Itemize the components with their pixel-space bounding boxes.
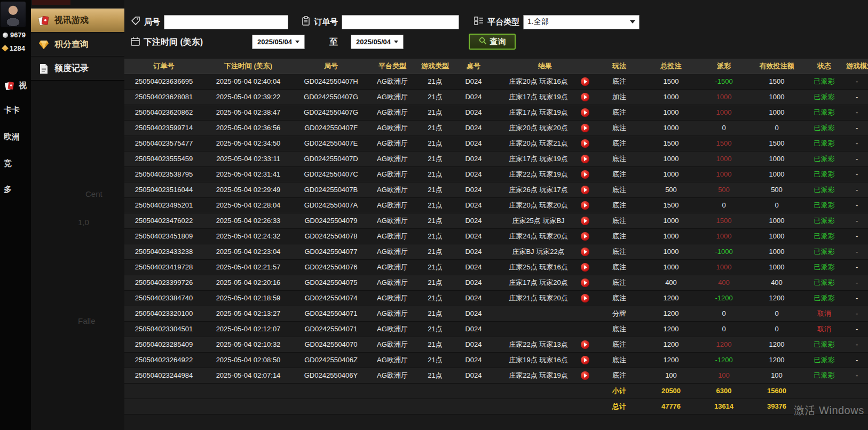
result-text: 庄家20点 玩家21点 xyxy=(501,139,576,148)
payout-cell: 100 xyxy=(701,368,747,383)
valid-bet-cell: 1500 xyxy=(747,74,807,89)
game-mode-cell: - xyxy=(842,259,868,275)
status-cell: 已派彩 xyxy=(807,290,842,306)
game-type-cell: 21点 xyxy=(416,321,454,337)
records-table-wrap: 订单号 下注时间 (美东) 局号 平台类型 游戏类型 桌号 结果 玩法 总投注 … xyxy=(124,59,868,421)
filter-round-group: 局号 xyxy=(131,14,288,30)
status-cell: 已派彩 xyxy=(807,352,842,368)
replay-button[interactable] xyxy=(581,186,589,194)
platform-select[interactable]: 1.全部 xyxy=(523,15,640,29)
replay-button[interactable] xyxy=(581,248,589,256)
play-type-cell: 底注 xyxy=(597,120,641,136)
replay-button[interactable] xyxy=(581,294,589,302)
order-cell: 250504023628081 xyxy=(124,89,203,105)
search-button[interactable]: 查询 xyxy=(469,34,516,50)
subtotal-valid-bet: 15600 xyxy=(747,383,807,399)
play-type-cell: 底注 xyxy=(597,244,641,259)
order-cell: 250504023304501 xyxy=(124,321,203,337)
header-status: 状态 xyxy=(807,59,842,74)
header-table-no: 桌号 xyxy=(454,59,493,74)
round-cell: GD02425504070 xyxy=(293,337,369,352)
table-row: 250504023244984 2025-05-04 02:07:14 GD02… xyxy=(124,368,868,383)
background-ghost-text: 1,0 xyxy=(78,218,89,227)
time-cell: 2025-05-04 02:31:41 xyxy=(203,166,293,182)
table-row: 250504023264922 2025-05-04 02:08:50 GD02… xyxy=(124,352,868,368)
result-cell: 庄家22点 玩家19点 xyxy=(493,368,597,383)
game-mode-cell: - xyxy=(842,213,868,228)
platform-cell: AG欧洲厅 xyxy=(369,89,416,105)
game-mode-cell: - xyxy=(842,337,868,352)
date-to-select[interactable]: 2025/05/04 xyxy=(351,35,404,49)
replay-button[interactable] xyxy=(581,170,589,179)
sidebar-item-video-games[interactable]: 视讯游戏 xyxy=(31,9,124,33)
round-cell: GD0242550406Z xyxy=(293,352,369,368)
background-ghost-text: Falle xyxy=(78,316,96,325)
avatar[interactable] xyxy=(1,2,26,27)
result-cell: 庄家20点 玩家20点 xyxy=(493,197,597,213)
grand-total-row: 总计 47776 13614 39376 xyxy=(124,399,868,414)
sidebar-item-quota-records[interactable]: 额度记录 xyxy=(31,57,124,81)
table-no-cell: D024 xyxy=(454,213,493,228)
round-input[interactable] xyxy=(164,15,288,29)
table-row: 250504023628081 2025-05-04 02:39:22 GD02… xyxy=(124,89,868,105)
platform-label: 平台类型 xyxy=(487,17,519,27)
payout-cell: 1500 xyxy=(701,213,747,228)
replay-button[interactable] xyxy=(581,108,589,117)
replay-button[interactable] xyxy=(581,278,589,287)
replay-button[interactable] xyxy=(581,356,589,364)
round-cell: GD0242550407E xyxy=(293,136,369,151)
platform-cell: AG欧洲厅 xyxy=(369,368,416,383)
table-no-cell: D024 xyxy=(454,290,493,306)
result-text: 庄家20点 玩家20点 xyxy=(501,201,576,210)
status-cell: 已派彩 xyxy=(807,120,842,136)
round-cell: GD0242550407B xyxy=(293,182,369,197)
table-row: 250504023384740 2025-05-04 02:18:59 GD02… xyxy=(124,290,868,306)
payout-cell: 0 xyxy=(701,321,747,337)
sidebar-item-points-query[interactable]: 积分查询 xyxy=(31,33,124,57)
status-cell: 已派彩 xyxy=(807,275,842,290)
result-text: 庄家17点 玩家19点 xyxy=(501,108,576,117)
total-bet-cell: 1500 xyxy=(641,197,701,213)
table-no-cell: D024 xyxy=(454,228,493,244)
order-input[interactable] xyxy=(342,15,459,29)
header-total-bet: 总投注 xyxy=(641,59,701,74)
replay-button[interactable] xyxy=(581,371,589,380)
replay-button[interactable] xyxy=(581,77,589,86)
total-bet-cell: 1000 xyxy=(641,213,701,228)
table-no-cell: D024 xyxy=(454,136,493,151)
time-cell: 2025-05-04 02:26:33 xyxy=(203,213,293,228)
order-cell: 250504023384740 xyxy=(124,290,203,306)
result-text: 庄家17点 玩家19点 xyxy=(501,154,576,164)
order-cell: 250504023419728 xyxy=(124,259,203,275)
sidebar-item-label: 视讯游戏 xyxy=(54,15,89,26)
background-fragment xyxy=(32,0,70,5)
platform-cell: AG欧洲厅 xyxy=(369,275,416,290)
replay-button[interactable] xyxy=(581,124,589,132)
date-from-select[interactable]: 2025/05/04 xyxy=(252,35,305,49)
sidebar-item-label: 额度记录 xyxy=(54,63,89,74)
replay-button[interactable] xyxy=(581,139,589,148)
sidebar: 视讯游戏 积分查询 xyxy=(31,0,124,430)
header-bet-time: 下注时间 (美东) xyxy=(203,59,293,74)
balance-coin-value: 9679 xyxy=(10,31,26,39)
result-text: 庄家17点 玩家20点 xyxy=(501,278,576,288)
game-mode-cell: - xyxy=(842,306,868,321)
header-payout: 派彩 xyxy=(701,59,747,74)
replay-button[interactable] xyxy=(581,263,589,272)
replay-button[interactable] xyxy=(581,340,589,349)
platform-cell: AG欧洲厅 xyxy=(369,197,416,213)
game-mode-cell: - xyxy=(842,197,868,213)
replay-button[interactable] xyxy=(581,155,589,163)
replay-button[interactable] xyxy=(581,93,589,101)
replay-button[interactable] xyxy=(581,232,589,241)
total-bet-cell: 1000 xyxy=(641,166,701,182)
replay-button[interactable] xyxy=(581,201,589,210)
time-cell: 2025-05-04 02:29:49 xyxy=(203,182,293,197)
payout-cell: 0 xyxy=(701,120,747,136)
replay-button[interactable] xyxy=(581,217,589,225)
subtotal-row: 小计 20500 6300 15600 xyxy=(124,383,868,399)
total-bet-cell: 500 xyxy=(641,182,701,197)
result-text: 庄家26点 玩家17点 xyxy=(501,185,576,195)
game-mode-cell: - xyxy=(842,120,868,136)
play-type-cell: 底注 xyxy=(597,136,641,151)
